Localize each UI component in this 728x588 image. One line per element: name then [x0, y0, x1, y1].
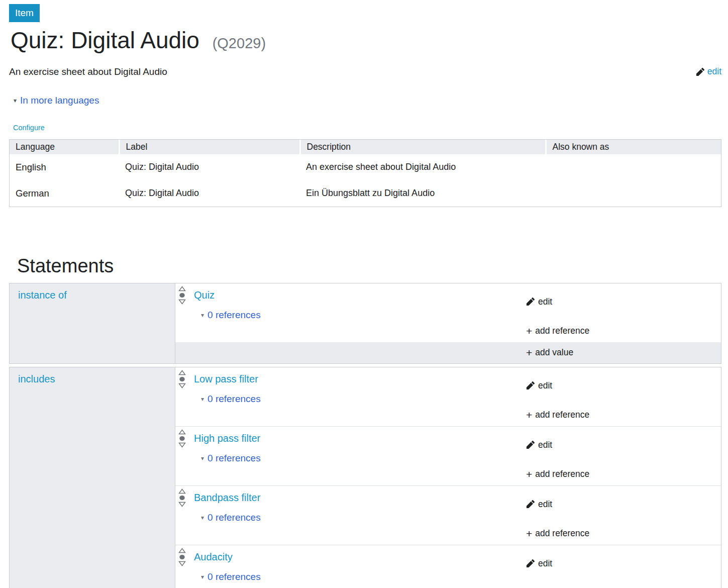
language-cell: English — [10, 154, 119, 180]
statement-toolbar: edit + add reference — [522, 427, 721, 485]
edit-label: edit — [538, 440, 552, 450]
rank-selector[interactable] — [175, 283, 194, 342]
rank-selector-icon — [178, 381, 186, 390]
references-triangle-icon: ▾ — [201, 574, 204, 580]
references-toggle[interactable]: ▾ 0 references — [201, 512, 522, 523]
pencil-icon — [526, 500, 535, 509]
edit-description-link[interactable]: edit — [696, 66, 721, 77]
statement-group: includes Low pass filter ▾ 0 references — [9, 367, 721, 588]
edit-statement-link[interactable]: edit — [526, 499, 721, 510]
label-cell[interactable]: Quiz: Digital Audio — [119, 180, 300, 207]
plus-icon: + — [526, 410, 532, 420]
statement-toolbar: edit + add reference — [522, 545, 721, 588]
add-value-row: + add value — [175, 342, 721, 363]
add-reference-label: add reference — [535, 469, 589, 479]
column-header-also-known-as: Also known as — [546, 140, 721, 154]
statement-group: instance of Quiz ▾ 0 references — [9, 283, 721, 364]
property-link[interactable]: includes — [18, 373, 55, 384]
edit-statement-link[interactable]: edit — [526, 380, 721, 391]
add-reference-label: add reference — [535, 528, 589, 539]
column-header-label: Label — [119, 140, 300, 154]
languages-table: Language Label Description Also known as… — [9, 139, 721, 207]
rank-selector[interactable] — [175, 486, 194, 545]
label-cell[interactable]: Quiz: Digital Audio — [119, 154, 300, 180]
references-triangle-icon: ▾ — [201, 312, 204, 318]
entity-description: An exercise sheet about Digital Audio — [9, 66, 167, 77]
statement-main: Bandpass filter ▾ 0 references — [194, 486, 522, 545]
language-table-row: German Quiz: Digital Audio Ein Übungsbla… — [10, 180, 721, 207]
column-header-description: Description — [300, 140, 546, 154]
add-reference-link[interactable]: + add reference — [526, 410, 721, 420]
add-value-label: add value — [535, 347, 573, 358]
description-cell[interactable]: Ein Übungsblatt zu Digital Audio — [300, 180, 546, 207]
language-table-row: English Quiz: Digital Audio An exercise … — [10, 154, 721, 180]
references-triangle-icon: ▾ — [201, 396, 204, 402]
entity-id: (Q2029) — [213, 35, 266, 51]
pencil-icon — [526, 559, 535, 568]
statement-value-link[interactable]: Quiz — [194, 289, 215, 301]
rank-selector[interactable] — [175, 427, 194, 485]
edit-statement-link[interactable]: edit — [526, 440, 721, 450]
references-count-label: 0 references — [207, 571, 261, 582]
configure-link[interactable]: Configure — [13, 124, 45, 132]
property-cell: includes — [10, 367, 175, 588]
also-known-as-cell[interactable] — [546, 180, 721, 207]
property-cell: instance of — [10, 283, 175, 363]
in-more-languages-toggle[interactable]: ▾ In more languages — [14, 95, 721, 106]
references-count-label: 0 references — [207, 512, 261, 523]
references-toggle[interactable]: ▾ 0 references — [201, 453, 522, 464]
statement-toolbar: edit + add reference — [522, 283, 721, 342]
statement-main: Audacity ▾ 0 references — [194, 545, 522, 588]
rank-selector-icon — [178, 559, 186, 568]
statement-row: Low pass filter ▾ 0 references edit + ad… — [175, 367, 721, 426]
add-reference-link[interactable]: + add reference — [526, 528, 721, 539]
item-type-badge: Item — [9, 4, 40, 22]
statement-value-link[interactable]: Audacity — [194, 551, 233, 562]
statement-row: Audacity ▾ 0 references edit + add refer… — [175, 545, 721, 588]
references-count-label: 0 references — [207, 310, 261, 321]
statement-main: High pass filter ▾ 0 references — [194, 427, 522, 485]
column-header-language: Language — [10, 140, 119, 154]
references-toggle[interactable]: ▾ 0 references — [201, 394, 522, 405]
statement-main: Low pass filter ▾ 0 references — [194, 367, 522, 426]
add-value-link[interactable]: + add value — [526, 347, 721, 358]
rank-selector-icon — [178, 298, 186, 306]
property-link[interactable]: instance of — [18, 289, 67, 301]
page-title: Quiz: Digital Audio (Q2029) — [11, 27, 721, 54]
plus-icon: + — [526, 347, 532, 358]
references-toggle[interactable]: ▾ 0 references — [201, 310, 522, 321]
statements-heading: Statements — [17, 255, 721, 277]
edit-label: edit — [707, 66, 721, 77]
add-reference-link[interactable]: + add reference — [526, 469, 721, 479]
pencil-icon — [526, 297, 535, 306]
edit-label: edit — [538, 380, 552, 391]
statement-value-link[interactable]: Low pass filter — [194, 373, 258, 384]
edit-label: edit — [538, 558, 552, 569]
rank-selector[interactable] — [175, 367, 194, 426]
references-count-label: 0 references — [207, 453, 261, 464]
pencil-icon — [696, 67, 705, 76]
add-reference-link[interactable]: + add reference — [526, 326, 721, 336]
edit-statement-link[interactable]: edit — [526, 297, 721, 307]
references-toggle[interactable]: ▾ 0 references — [201, 571, 522, 582]
statement-main: Quiz ▾ 0 references — [194, 283, 522, 342]
languages-table-header-row: Language Label Description Also known as — [10, 140, 721, 154]
statements-list: instance of Quiz ▾ 0 references — [9, 283, 721, 588]
edit-label: edit — [538, 499, 552, 510]
statement-value-link[interactable]: Bandpass filter — [194, 492, 260, 503]
description-cell[interactable]: An exercise sheet about Digital Audio — [300, 154, 546, 180]
add-reference-label: add reference — [535, 326, 589, 336]
statement-group-values: Low pass filter ▾ 0 references edit + ad… — [175, 367, 721, 588]
plus-icon: + — [526, 528, 532, 539]
collapse-triangle-icon: ▾ — [14, 97, 17, 104]
pencil-icon — [526, 381, 535, 390]
rank-selector[interactable] — [175, 545, 194, 588]
statement-value-link[interactable]: High pass filter — [194, 433, 260, 444]
add-reference-label: add reference — [535, 410, 589, 420]
edit-statement-link[interactable]: edit — [526, 558, 721, 569]
statement-toolbar: edit + add reference — [522, 486, 721, 545]
entity-label: Quiz: Digital Audio — [11, 27, 199, 53]
description-row: An exercise sheet about Digital Audio ed… — [9, 66, 721, 77]
also-known-as-cell[interactable] — [546, 154, 721, 180]
references-triangle-icon: ▾ — [201, 455, 204, 461]
